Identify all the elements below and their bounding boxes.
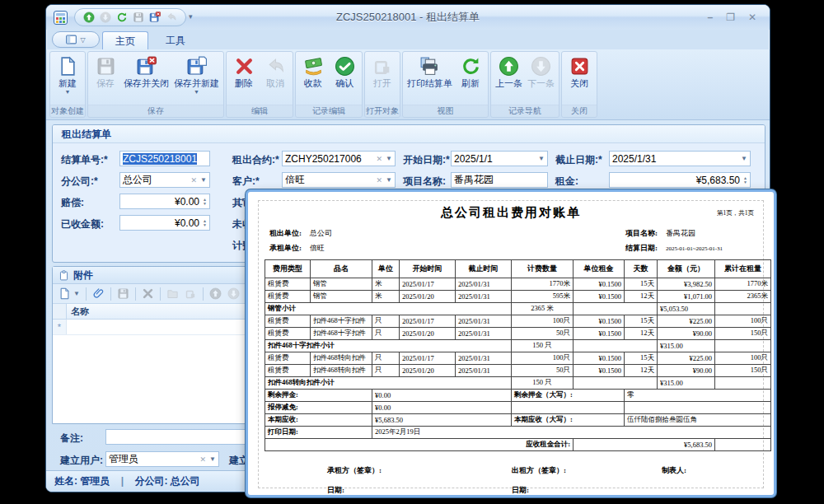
branch-field[interactable]: 总公司✕▼ bbox=[119, 172, 210, 188]
fee-cell: 2025/01/31 bbox=[456, 315, 512, 328]
ribbon-group-label: 关闭 bbox=[562, 105, 597, 117]
chevron-down-icon[interactable]: ▼ bbox=[386, 176, 392, 184]
chevron-down-icon[interactable]: ▼ bbox=[209, 455, 216, 463]
fee-cell: 租赁费 bbox=[265, 328, 311, 340]
fee-cell: 2025/01/31 bbox=[456, 278, 512, 291]
open-button: 打开 bbox=[367, 54, 398, 89]
app-menu-button[interactable]: ▽ bbox=[52, 31, 100, 48]
close-window-button[interactable]: ✕ bbox=[748, 11, 756, 24]
previous-record-button[interactable]: 上一条 bbox=[493, 54, 525, 89]
delete-button[interactable]: 删除 bbox=[228, 54, 260, 89]
attach-file-button[interactable] bbox=[92, 287, 105, 300]
customer-field[interactable]: 倍旺✕▼ bbox=[282, 172, 396, 188]
minimize-button[interactable]: – bbox=[707, 11, 713, 24]
next-record-button: 下一条 bbox=[525, 54, 557, 89]
fee-cell: 扣件468转向扣件 bbox=[311, 365, 372, 377]
fee-cell: 米 bbox=[372, 291, 400, 303]
save-new-button[interactable]: 保存并新建▼ bbox=[171, 54, 222, 95]
settlement-no-field[interactable]: ZCJS250218001 bbox=[119, 151, 210, 166]
clear-icon[interactable]: ✕ bbox=[200, 455, 207, 464]
fee-column-header: 开始时间 bbox=[400, 260, 456, 278]
spinner-arrows-icon[interactable]: ▲▼ bbox=[743, 176, 747, 184]
refresh-button[interactable]: 刷新 bbox=[455, 54, 486, 89]
lessor-value: 总公司 bbox=[310, 229, 332, 237]
ribbon-group-3: 收款确认记录编辑 bbox=[295, 51, 363, 118]
confirm-button[interactable]: 确认 bbox=[329, 54, 360, 89]
chevron-down-icon[interactable]: ▼ bbox=[741, 155, 747, 162]
fee-row-subtotal: 扣件468十字扣件小计150 只¥315.00 bbox=[265, 340, 771, 352]
new-button-label: 新建 bbox=[59, 78, 77, 89]
fee-cell: 扣件468转向扣件 bbox=[311, 352, 372, 365]
window-controls: –❐✕ bbox=[707, 11, 756, 24]
save-close-button[interactable]: 保存并关闭 bbox=[121, 54, 171, 89]
rent-field[interactable]: ¥5,683.50▲▼ bbox=[609, 172, 751, 188]
restore-button[interactable]: ❐ bbox=[726, 11, 735, 24]
fee-cell: 只 bbox=[372, 328, 400, 340]
new-button[interactable]: 新建▼ bbox=[52, 54, 83, 95]
fee-row-subtotal: 钢管小计2365 米¥5,053.50 bbox=[265, 303, 771, 315]
fee-cell: 1770米 bbox=[715, 278, 771, 291]
print-settlement-button-label: 打印结算单 bbox=[407, 78, 452, 89]
project-value: 番禺花园 bbox=[666, 229, 695, 237]
chevron-down-icon[interactable]: ▼ bbox=[200, 176, 207, 184]
fee-row-data: 租赁费扣件468转向扣件只2025/01/202025/01/3150只¥0.1… bbox=[265, 365, 771, 377]
paperclip-icon bbox=[92, 287, 105, 300]
fee-column-header: 截止时间 bbox=[456, 260, 512, 278]
toolbar-separator bbox=[160, 287, 161, 301]
fee-cell: 扣件468转向扣件小计 bbox=[265, 377, 512, 390]
fee-cell: 剩余押金（大写）: bbox=[512, 390, 625, 402]
fee-column-header: 累计在租量 bbox=[715, 260, 771, 278]
delete-icon bbox=[142, 287, 154, 300]
fee-cell bbox=[512, 402, 625, 414]
app-menu-icon bbox=[66, 35, 77, 44]
ribbon-group-label: 记录编辑 bbox=[296, 105, 362, 117]
date2-label: 日期: bbox=[512, 485, 529, 496]
attach-new-button[interactable] bbox=[59, 287, 71, 300]
start-date-field[interactable]: 2025/1/1▼ bbox=[451, 151, 548, 166]
save-close-icon bbox=[136, 56, 157, 77]
confirm-icon bbox=[335, 56, 355, 77]
tab-home[interactable]: 主页 bbox=[102, 31, 148, 49]
fee-row-kv-wide: 打印日期:2025年2月19日 bbox=[265, 427, 771, 439]
chevron-down-icon[interactable]: ▼ bbox=[386, 155, 392, 162]
previous-record-button-label: 上一条 bbox=[495, 78, 522, 89]
fee-cell: 钢管 bbox=[311, 278, 372, 291]
close-button[interactable]: 关闭 bbox=[564, 54, 595, 89]
row-marker-header bbox=[53, 304, 67, 319]
ribbon-collapse-icon[interactable]: « bbox=[570, 297, 824, 302]
collect-payment-button[interactable]: 收款 bbox=[297, 54, 329, 89]
fee-cell: ¥0.1500 bbox=[574, 352, 625, 365]
ribbon-group-label: 编辑 bbox=[227, 105, 293, 117]
rental-contract-field[interactable]: ZCHY250217006✕▼ bbox=[282, 151, 396, 166]
clear-icon[interactable]: ✕ bbox=[377, 176, 383, 184]
end-date-field[interactable]: 2025/1/31▼ bbox=[609, 151, 751, 166]
delete-button-label: 删除 bbox=[235, 78, 253, 89]
report-title: 总公司租出费用对账单 bbox=[248, 205, 774, 221]
fee-cell: 100只 bbox=[512, 352, 574, 365]
tab-tools[interactable]: 工具 bbox=[153, 31, 198, 49]
received-amount-field[interactable]: ¥0.00▲▼ bbox=[119, 215, 210, 231]
clear-icon[interactable]: ✕ bbox=[191, 176, 198, 184]
spinner-arrows-icon[interactable]: ▲▼ bbox=[203, 198, 207, 206]
end-date-field-label: 截止日期:* bbox=[555, 153, 602, 167]
fee-row-data: 租赁费扣件468十字扣件只2025/01/202025/01/3150只¥0.1… bbox=[265, 328, 771, 340]
fee-cell: 租赁费 bbox=[265, 365, 311, 377]
period-label: 结算日期: bbox=[625, 244, 658, 252]
fee-cell: ¥0.1500 bbox=[574, 278, 625, 291]
clear-icon[interactable]: ✕ bbox=[377, 155, 383, 163]
spinner-arrows-icon[interactable]: ▲▼ bbox=[203, 219, 207, 227]
chevron-down-icon[interactable]: ▼ bbox=[73, 290, 80, 297]
project-name-field[interactable]: 番禺花园 bbox=[451, 172, 548, 188]
fee-cell bbox=[715, 303, 771, 315]
folder-open-icon bbox=[166, 287, 179, 300]
fee-cell: 扣件468十字扣件 bbox=[311, 328, 372, 340]
chevron-down-icon[interactable]: ▼ bbox=[538, 155, 545, 162]
fee-row-subtotal: 扣件468转向扣件小计150 只¥315.00 bbox=[265, 377, 771, 390]
fee-cell: 租赁费 bbox=[265, 352, 311, 365]
ribbon-group-label: 视图 bbox=[403, 105, 488, 117]
print-settlement-button[interactable]: 打印结算单 bbox=[405, 54, 455, 89]
compensation-field[interactable]: ¥0.00▲▼ bbox=[119, 194, 210, 209]
fee-cell: 150 只 bbox=[512, 340, 574, 352]
created-by-combo[interactable]: 管理员 ✕▼ bbox=[105, 451, 219, 467]
fee-cell: ¥0.1500 bbox=[574, 315, 625, 328]
